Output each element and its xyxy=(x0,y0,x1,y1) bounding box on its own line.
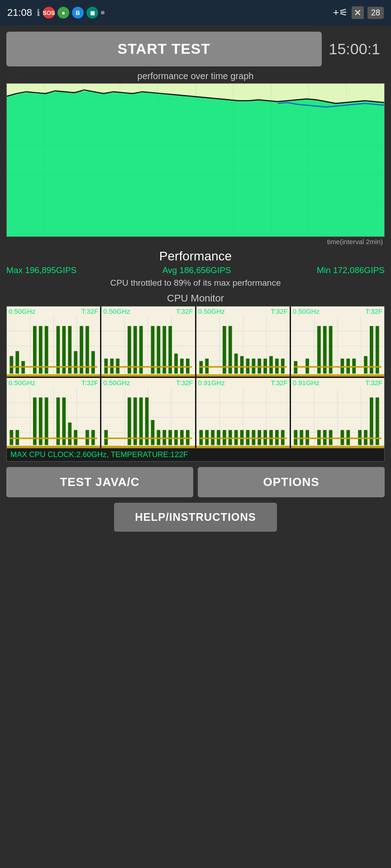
cpu-cell-7-header: 0.91GHz T:32F xyxy=(196,378,290,387)
svg-rect-153 xyxy=(252,430,255,445)
bluetooth-icon: B xyxy=(72,7,84,19)
y-label-100: 100% xyxy=(8,73,24,80)
svg-rect-114 xyxy=(86,430,89,445)
cpu-cell-8-temp: T:32F xyxy=(365,379,382,387)
bluetooth-status-icon: +⚟ xyxy=(333,7,348,19)
svg-rect-71 xyxy=(246,359,249,373)
cpu-cell-5-bar xyxy=(7,446,100,448)
svg-rect-157 xyxy=(275,430,279,445)
cpu-cell-5-temp: T:32F xyxy=(81,379,99,387)
cpu-cell-6-freq: 0.50GHz xyxy=(103,379,130,387)
cpu-cell-2: 0.50GHz T:32F xyxy=(101,307,195,377)
cpu-cell-6-header: 0.50GHz T:32F xyxy=(101,378,195,387)
svg-rect-75 xyxy=(269,356,273,374)
performance-section: Performance Max 196,895GIPS Avg 186,656G… xyxy=(6,249,385,288)
svg-rect-44 xyxy=(105,359,108,373)
top-row: START TEST 15:00:1 xyxy=(6,32,385,66)
cpu-cell-1: 0.50GHz T:32F xyxy=(7,307,100,377)
svg-rect-45 xyxy=(110,359,114,373)
cpu-monitor-title: CPU Monitor xyxy=(6,292,385,304)
svg-rect-176 xyxy=(364,430,367,445)
svg-rect-112 xyxy=(68,423,72,445)
svg-rect-135 xyxy=(186,430,190,445)
cpu-cell-5-chart xyxy=(7,387,100,448)
svg-rect-36 xyxy=(10,366,97,368)
svg-rect-146 xyxy=(211,430,215,445)
svg-rect-23 xyxy=(10,356,13,374)
x-axis-label: time(interval 2min) xyxy=(6,238,385,245)
svg-rect-130 xyxy=(157,430,161,445)
svg-rect-173 xyxy=(340,430,344,445)
cpu-cell-1-header: 0.50GHz T:32F xyxy=(7,307,100,316)
svg-rect-57 xyxy=(105,366,192,368)
svg-rect-171 xyxy=(323,430,327,445)
timer-display: 15:00:1 xyxy=(329,40,385,58)
cpu-cell-4-chart xyxy=(291,316,384,376)
test-java-c-button[interactable]: TEST JAVA/C xyxy=(6,467,193,497)
teal-icon: ◼ xyxy=(86,7,98,19)
cpu-cell-7-freq: 0.91GHz xyxy=(198,379,225,387)
cpu-cell-2-bar xyxy=(101,374,195,377)
cpu-cell-8: 0.91GHz T:32F xyxy=(291,378,384,448)
svg-rect-97 xyxy=(294,366,381,368)
cpu-cell-1-bar xyxy=(7,374,100,377)
status-icons: ℹ SOS ● B ◼ xyxy=(37,7,105,19)
performance-title: Performance xyxy=(6,249,385,264)
svg-rect-156 xyxy=(269,430,273,445)
chart-svg xyxy=(7,84,384,236)
svg-rect-134 xyxy=(180,430,184,445)
cpu-cell-5-freq: 0.50GHz xyxy=(9,379,35,387)
performance-chart xyxy=(6,83,385,237)
svg-rect-167 xyxy=(294,430,297,445)
svg-rect-168 xyxy=(300,430,303,445)
svg-rect-145 xyxy=(205,430,209,445)
perf-avg: Avg 186,656GIPS xyxy=(162,265,231,275)
cpu-cell-4-temp: T:32F xyxy=(365,307,382,315)
svg-rect-91 xyxy=(340,359,344,373)
svg-rect-56 xyxy=(186,359,190,373)
cpu-cell-5-header: 0.50GHz T:32F xyxy=(7,378,100,387)
cpu-cell-6-temp: T:32F xyxy=(176,379,193,387)
cpu-cell-4-header: 0.50GHz T:32F xyxy=(291,307,384,316)
svg-rect-106 xyxy=(15,430,19,445)
cpu-cell-7-bar xyxy=(196,446,290,448)
status-bar: 21:08 ℹ SOS ● B ◼ +⚟ ✕ 28 xyxy=(0,0,391,25)
start-test-button[interactable]: START TEST xyxy=(6,32,322,66)
svg-rect-150 xyxy=(234,430,238,445)
cpu-cell-7-temp: T:32F xyxy=(271,379,288,387)
cpu-cell-6-bar xyxy=(101,446,195,448)
cpu-cell-8-chart xyxy=(291,387,384,448)
status-left: 21:08 ℹ SOS ● B ◼ xyxy=(7,7,105,19)
cpu-monitor-section: CPU Monitor 0.50GHz T:32F xyxy=(6,292,385,462)
info-icon: ℹ xyxy=(37,7,40,18)
svg-rect-174 xyxy=(346,430,350,445)
cpu-cell-6-chart xyxy=(101,387,195,448)
cpu-cell-7-chart xyxy=(196,387,290,448)
circle-green-icon: ● xyxy=(57,7,69,19)
sos-icon: SOS xyxy=(43,7,55,19)
cpu-cell-1-temp: T:32F xyxy=(81,307,99,315)
svg-rect-116 xyxy=(10,438,97,439)
time-display: 21:08 xyxy=(7,7,32,19)
perf-max: Max 196,895GIPS xyxy=(6,265,76,275)
svg-rect-155 xyxy=(263,430,267,445)
svg-rect-170 xyxy=(317,430,321,445)
cpu-cell-3-temp: T:32F xyxy=(271,307,288,315)
svg-rect-113 xyxy=(74,430,77,445)
svg-rect-32 xyxy=(74,351,77,374)
cpu-max-info: MAX CPU CLOCK:2.60GHz, TEMPERATURE:122F xyxy=(6,448,385,462)
svg-rect-78 xyxy=(199,366,286,368)
cpu-cell-2-chart xyxy=(101,316,195,376)
svg-rect-154 xyxy=(257,430,261,445)
svg-rect-76 xyxy=(275,359,279,373)
cpu-cell-1-chart xyxy=(7,316,100,376)
svg-rect-93 xyxy=(352,359,356,373)
x-icon: ✕ xyxy=(352,6,364,19)
svg-rect-54 xyxy=(174,354,178,373)
svg-rect-159 xyxy=(199,438,286,439)
options-button[interactable]: OPTIONS xyxy=(198,467,385,497)
svg-rect-124 xyxy=(105,430,108,445)
cpu-grid: 0.50GHz T:32F xyxy=(6,306,385,448)
performance-stats: Max 196,895GIPS Avg 186,656GIPS Min 172,… xyxy=(6,265,385,275)
help-instructions-button[interactable]: HELP/INSTRUCTIONS xyxy=(114,503,277,532)
